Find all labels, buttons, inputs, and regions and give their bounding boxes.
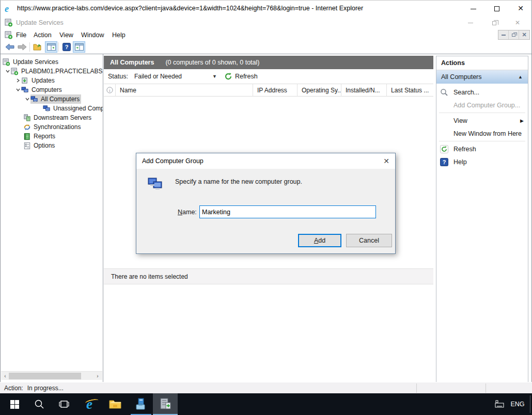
tree-horizontal-scrollbar[interactable]: ‹ › xyxy=(1,371,102,380)
menu-file[interactable]: File xyxy=(14,31,28,39)
scroll-left-icon[interactable]: ‹ xyxy=(2,373,9,379)
console-icon xyxy=(5,31,13,39)
downstream-servers-icon xyxy=(23,114,31,122)
separator xyxy=(439,141,525,141)
taskview-icon xyxy=(58,400,70,409)
close-button[interactable]: ✕ xyxy=(513,3,528,14)
statusbar-divider xyxy=(486,384,486,393)
taskbar-wsus-button[interactable] xyxy=(153,393,178,415)
dialog-close-icon[interactable]: ✕ xyxy=(378,153,395,169)
mmc-close-button[interactable]: ✕ xyxy=(519,30,529,39)
language-button[interactable]: ENG xyxy=(508,393,527,415)
table-header: i Name IP Address Operating Sy... Instal… xyxy=(104,84,433,97)
actions-group-title: All Computers xyxy=(441,73,482,81)
refresh-button[interactable]: Refresh xyxy=(224,72,258,81)
tree-item-updates[interactable]: Updates xyxy=(1,76,103,85)
chevron-down-icon[interactable] xyxy=(24,96,30,102)
back-button[interactable] xyxy=(4,41,16,53)
forward-button[interactable] xyxy=(16,41,28,53)
task-view-button[interactable] xyxy=(54,393,74,415)
app-restore-button[interactable] xyxy=(488,18,501,27)
tree-item-server[interactable]: PLABDM01.PRACTICELABS.C xyxy=(1,67,103,76)
action-label: View xyxy=(453,117,467,124)
actions-group-header[interactable]: All Computers ▲ xyxy=(436,70,528,84)
explorer-icon xyxy=(109,399,121,409)
add-computer-group-dialog: Add Computer Group ✕ Specify a name for … xyxy=(136,153,396,254)
taskbar-server-manager-button[interactable] xyxy=(129,393,153,415)
results-count: (0 computers of 0 shown, 0 total) xyxy=(165,59,259,66)
app-minimize-button[interactable] xyxy=(464,18,477,27)
chevron-down-icon[interactable] xyxy=(5,68,11,74)
mmc-minimize-button[interactable] xyxy=(498,30,509,39)
tree-item-synchronizations[interactable]: Synchronizations xyxy=(1,122,103,132)
svg-text:?: ? xyxy=(443,159,446,165)
action-view[interactable]: View ▶ xyxy=(436,114,528,127)
add-button[interactable]: Add xyxy=(298,234,341,247)
column-header-os[interactable]: Operating Sy... xyxy=(298,84,341,97)
info-column-header[interactable]: i xyxy=(104,84,116,97)
name-input[interactable] xyxy=(199,205,376,218)
chevron-right-icon[interactable] xyxy=(15,77,21,84)
actions-panel-title: Actions xyxy=(436,56,528,70)
minimize-button[interactable] xyxy=(465,3,481,14)
console-tree-toggle-icon xyxy=(47,43,56,51)
tree-item-unassigned-computers[interactable]: Unassigned Comp xyxy=(1,104,103,113)
column-header-last-status[interactable]: Last Status ... xyxy=(387,84,433,97)
app-close-button[interactable]: ✕ xyxy=(511,18,524,27)
tree-item-label: Synchronizations xyxy=(32,122,82,132)
menu-help[interactable]: Help xyxy=(110,31,128,39)
collapse-icon[interactable]: ▲ xyxy=(518,74,523,79)
info-icon: i xyxy=(106,87,113,93)
taskbar-search-button[interactable] xyxy=(29,393,50,415)
back-icon xyxy=(5,43,14,51)
statusbar: Action: In progress... xyxy=(0,382,532,393)
name-label: Name: xyxy=(178,209,197,216)
column-header-name[interactable]: Name xyxy=(116,84,253,97)
scroll-right-icon[interactable]: › xyxy=(94,373,101,379)
app-window-title: Update Services xyxy=(16,19,64,26)
status-filter-dropdown[interactable]: Failed or Needed ▼ xyxy=(134,73,217,80)
scrollbar-thumb[interactable] xyxy=(9,373,81,379)
show-desktop-button[interactable] xyxy=(530,395,530,413)
cancel-button[interactable]: Cancel xyxy=(346,234,392,247)
tree-item-reports[interactable]: Reports xyxy=(1,132,103,141)
tree-item-downstream-servers[interactable]: Downstream Servers xyxy=(1,113,103,122)
maximize-button[interactable] xyxy=(489,3,505,14)
action-help[interactable]: ? Help xyxy=(436,155,528,168)
menu-action[interactable]: Action xyxy=(32,31,54,39)
input-indicator-button[interactable] xyxy=(491,393,508,415)
dialog-titlebar: Add Computer Group ✕ xyxy=(136,153,395,169)
taskbar-explorer-button[interactable] xyxy=(104,393,126,415)
action-label: Refresh xyxy=(453,146,476,153)
column-header-installed[interactable]: Installed/N... xyxy=(341,84,387,97)
synchronizations-icon xyxy=(23,123,31,131)
help-button[interactable]: ? xyxy=(60,41,73,53)
help-icon: ? xyxy=(440,158,448,166)
svg-text:i: i xyxy=(109,88,111,93)
menu-window[interactable]: Window xyxy=(79,31,106,39)
action-pane-toggle-button[interactable] xyxy=(73,41,85,53)
export-list-button[interactable] xyxy=(32,41,44,53)
search-icon xyxy=(34,399,44,409)
status-filter-label: Status: xyxy=(108,73,128,80)
tree-item-options[interactable]: Options xyxy=(1,141,103,150)
menubar: File Action View Window Help ✕ xyxy=(1,29,531,41)
keyboard-icon xyxy=(494,400,505,408)
tree-item-label: Downstream Servers xyxy=(32,113,93,122)
taskbar-ie-button[interactable]: e xyxy=(79,393,100,415)
action-new-window[interactable]: New Window from Here xyxy=(436,127,528,140)
dialog-message: Specify a name for the new computer grou… xyxy=(175,178,302,185)
action-search[interactable]: Search... xyxy=(436,86,528,99)
tree-item-computers[interactable]: Computers xyxy=(1,85,103,94)
menu-view[interactable]: View xyxy=(57,31,75,39)
chevron-down-icon[interactable] xyxy=(15,87,21,93)
tree-item-update-services[interactable]: Update Services xyxy=(1,57,103,67)
mmc-restore-button[interactable] xyxy=(509,30,519,39)
submenu-arrow-icon: ▶ xyxy=(520,118,524,123)
action-refresh[interactable]: Refresh xyxy=(436,142,528,155)
forward-icon xyxy=(18,43,27,51)
console-tree-toggle-button[interactable] xyxy=(45,41,57,53)
column-header-ip[interactable]: IP Address xyxy=(253,84,298,97)
start-button[interactable] xyxy=(4,393,25,415)
tree-item-all-computers[interactable]: All Computers xyxy=(1,94,103,104)
